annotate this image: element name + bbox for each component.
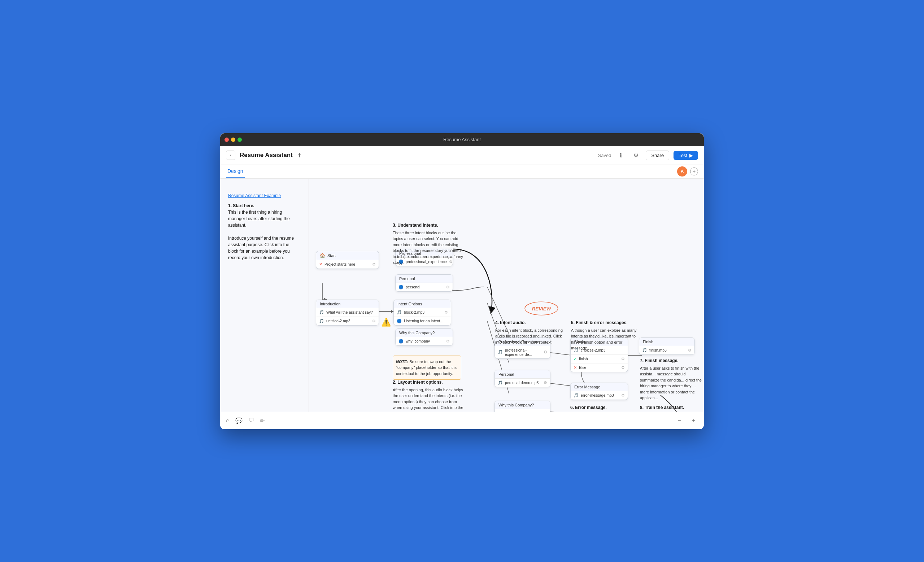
personal-header: Personal [396, 275, 453, 283]
add-collaborator-button[interactable]: + [690, 168, 698, 175]
info-button[interactable]: ℹ [615, 150, 626, 160]
settings-icon[interactable]: ⚙ [621, 365, 625, 370]
step1-annotation: 1. Start here. This is the first thing a… [228, 202, 300, 261]
step4-annotation: 4. Intent audio. For each intent block, … [495, 319, 566, 345]
tabs-bar: Design A + [220, 165, 704, 179]
vertical-separator [309, 179, 309, 412]
traffic-lights [225, 138, 242, 142]
why-company-audio-block[interactable]: Why this Company? 🎵 why-company-demo.mp3… [495, 401, 550, 412]
example-link[interactable]: Resume Assistant Example [228, 193, 300, 198]
personal-row-1[interactable]: 🔵 personal ⚙ [396, 283, 453, 291]
intent-icon: 🔵 [399, 339, 404, 344]
settings-icon[interactable]: ⚙ [372, 319, 376, 324]
step7-annotation: 7. Finish message. After a user asks to … [640, 357, 703, 401]
intent-row-1[interactable]: 🎵 block-2.mp3 ⚙ [394, 308, 451, 317]
settings-button[interactable]: ⚙ [630, 150, 641, 160]
settings-icon[interactable]: ⚙ [544, 381, 547, 385]
home-icon[interactable]: ⌂ [226, 417, 230, 424]
music-icon: 🎵 [573, 393, 579, 398]
zoom-out-button[interactable]: − [675, 416, 684, 425]
app-window: Resume Assistant ‹ Resume Assistant ⬆ Sa… [220, 133, 704, 429]
block-row-3[interactable]: ✕ Else ⚙ [571, 363, 628, 372]
play-icon: ▶ [689, 153, 693, 158]
toolbar: ‹ Resume Assistant ⬆ Saved ℹ ⚙ Share Tes… [220, 146, 704, 165]
close-button[interactable] [225, 138, 229, 142]
step5-annotation: 5. Finish & error messages. Although a u… [571, 319, 638, 351]
settings-icon[interactable]: ⚙ [621, 393, 625, 398]
prof-exp-row[interactable]: 🎵 professional-experience-de... ⚙ [495, 346, 550, 358]
error-message-block[interactable]: Error Message 🎵 error-message.mp3 ⚙ [570, 383, 628, 400]
step2-annotation: 2. Layout intent options. After the open… [393, 379, 465, 412]
music-icon-1: 🎵 [319, 310, 324, 315]
tabs-right: A + [677, 166, 698, 177]
step8-annotation: 8. Train the assistant. After the conten… [640, 404, 703, 412]
why-company-intent-block[interactable]: Why this Company? 🔵 why_company ⚙ [395, 328, 453, 346]
personal-audio-block[interactable]: Personal 🎵 personal-demo.mp3 ⚙ [495, 370, 550, 387]
upload-icon[interactable]: ⬆ [297, 152, 302, 159]
x-icon: ✕ [319, 262, 322, 267]
why-row-1[interactable]: 🔵 why_company ⚙ [396, 337, 453, 345]
titlebar: Resume Assistant [220, 133, 704, 146]
settings-icon[interactable]: ⚙ [446, 285, 450, 289]
finish-row[interactable]: 🎵 finish.mp3 ⚙ [639, 346, 694, 354]
saved-status: Saved [598, 153, 611, 158]
music-icon: 🎵 [642, 348, 647, 353]
settings-icon[interactable]: ⚙ [621, 357, 625, 361]
settings-icon[interactable]: ⚙ [372, 262, 376, 267]
why-company-audio-header: Why this Company? [495, 401, 550, 409]
listen-icon: 🔵 [397, 319, 402, 324]
back-button[interactable]: ‹ [226, 150, 236, 160]
error-header: Error Message [571, 383, 628, 391]
intent-options-block[interactable]: Intent Options 🎵 block-2.mp3 ⚙ 🔵 Listeni… [393, 300, 451, 325]
start-row-1[interactable]: ✕ Project starts here ⚙ [316, 260, 379, 268]
intent-row-2[interactable]: 🔵 Listening for an intent... [394, 317, 451, 325]
settings-icon[interactable]: ⚙ [544, 350, 547, 354]
edit-icon[interactable]: ✏ [260, 417, 265, 424]
music-icon: 🎵 [397, 310, 402, 315]
personal-intent-block[interactable]: Personal 🔵 personal ⚙ [395, 274, 453, 292]
check-icon: ✓ [573, 357, 577, 361]
block-row-2[interactable]: ✓ finish ⚙ [571, 355, 628, 363]
step3-annotation: 3. Understand intents. These three inten… [393, 222, 465, 266]
step6-annotation: 6. Error message. Record a simple messag… [570, 404, 637, 412]
left-annotations: Resume Assistant Example 1. Start here. … [228, 193, 300, 261]
home-icon: 🏠 [320, 253, 325, 258]
music-icon: 🎵 [498, 350, 503, 354]
minimize-button[interactable] [231, 138, 236, 142]
bubble-icon[interactable]: 🗨 [248, 417, 254, 424]
start-block[interactable]: 🏠 Start ✕ Project starts here ⚙ [316, 251, 379, 269]
x-icon: ✕ [573, 365, 577, 370]
maximize-button[interactable] [237, 138, 242, 142]
review-oval: REVIEW [524, 300, 560, 318]
error-row[interactable]: 🎵 error-message.mp3 ⚙ [571, 391, 628, 400]
canvas-content: Resume Assistant Example 1. Start here. … [220, 179, 704, 412]
tab-design[interactable]: Design [226, 165, 245, 178]
bottom-toolbar: ⌂ 💬 🗨 ✏ − + [220, 412, 704, 429]
settings-icon[interactable]: ⚙ [446, 339, 450, 344]
zoom-in-button[interactable]: + [689, 416, 698, 425]
intro-row-1[interactable]: 🎵 What will the assistant say? [316, 308, 379, 317]
share-button[interactable]: Share [646, 150, 669, 160]
start-block-header: 🏠 Start [316, 251, 379, 260]
personal-audio-row[interactable]: 🎵 personal-demo.mp3 ⚙ [495, 379, 550, 387]
introduction-block[interactable]: Introduction 🎵 What will the assistant s… [316, 300, 379, 325]
window-title: Resume Assistant [443, 137, 481, 142]
test-button[interactable]: Test ▶ [674, 151, 698, 160]
canvas-area: Resume Assistant Example 1. Start here. … [220, 179, 704, 412]
intent-options-header: Intent Options [394, 300, 451, 308]
finish-header: Finish [639, 338, 694, 346]
chat-icon[interactable]: 💬 [236, 417, 243, 424]
music-icon: 🎵 [498, 381, 503, 385]
intent-icon: 🔵 [399, 285, 404, 289]
intro-row-2[interactable]: 🎵 untitled-2.mp3 ⚙ [316, 317, 379, 325]
settings-icon[interactable]: ⚙ [444, 310, 448, 315]
personal-audio-header: Personal [495, 370, 550, 379]
svg-text:REVIEW: REVIEW [532, 306, 552, 311]
why-company-header: Why this Company? [396, 329, 453, 337]
app-title: Resume Assistant [240, 151, 293, 159]
finish-block[interactable]: Finish 🎵 finish.mp3 ⚙ [639, 337, 695, 355]
note-box: NOTE: Be sure to swap out the "company" … [393, 355, 461, 380]
why-company-audio-row[interactable]: 🎵 why-company-demo.mp3 ⚙ [495, 409, 550, 412]
settings-icon[interactable]: ⚙ [688, 348, 692, 353]
avatar: A [677, 166, 687, 177]
